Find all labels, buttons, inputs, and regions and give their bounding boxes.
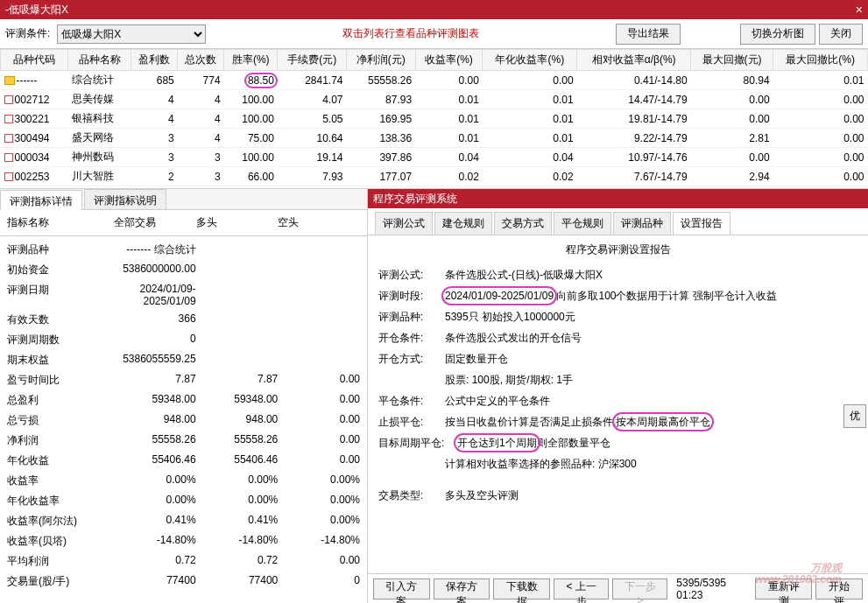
export-button[interactable]: 导出结果	[616, 24, 681, 45]
tab-indicator-detail[interactable]: 评测指标详情	[0, 190, 82, 210]
prev-step-button[interactable]: < 上一步	[554, 578, 609, 599]
r-opencond-val: 条件选股公式发出的开仓信号	[445, 330, 857, 346]
table-header[interactable]: 相对收益率α/β(%)	[577, 50, 691, 71]
close-button[interactable]: 关闭	[819, 24, 863, 45]
stat-value: 0.00%	[196, 473, 279, 488]
table-cell: 0.00	[415, 71, 483, 90]
table-row[interactable]: 002253川大智胜2366.007.93177.070.020.027.67/…	[1, 167, 868, 186]
table-row[interactable]: 300494盛天网络3475.0010.64138.360.010.019.22…	[1, 129, 868, 148]
next-step-button[interactable]: 下一步 >	[612, 578, 667, 599]
table-row[interactable]: ------综合统计68577488.502841.7455558.260.00…	[1, 71, 868, 90]
start-eval-button[interactable]: 开始评	[815, 578, 863, 599]
r-formula-lbl: 评测公式:	[378, 267, 445, 283]
left-tabs: 评测指标详情 评测指标说明	[0, 189, 367, 210]
table-header[interactable]: 品种名称	[68, 50, 131, 71]
stat-value: 59348.00	[114, 393, 196, 408]
right-tab[interactable]: 建仓规则	[434, 212, 492, 235]
stat-row: 评测品种------- 综合统计	[7, 240, 360, 260]
stat-key: 初始资金	[7, 263, 114, 277]
stat-value: 0.00%	[278, 473, 360, 488]
table-cell: 4	[178, 90, 224, 109]
table-cell: ------	[1, 71, 68, 90]
table-cell: 0.01	[415, 109, 483, 129]
table-cell: 10.64	[278, 129, 347, 148]
stat-value: 0.00	[278, 393, 360, 408]
tab-indicator-desc[interactable]: 评测指标说明	[84, 189, 166, 209]
table-header[interactable]: 年化收益率(%)	[483, 50, 577, 71]
stat-row: 平均利润0.720.720.00	[7, 551, 360, 571]
table-cell: 4	[131, 90, 178, 109]
stat-key: 有效天数	[7, 312, 114, 327]
table-cell: 0.01	[483, 109, 577, 129]
window-title: -低吸爆大阳X	[5, 0, 68, 19]
table-cell: 2	[131, 167, 178, 186]
table-cell: 300494	[1, 129, 68, 148]
table-cell: 7.93	[278, 167, 347, 186]
table-cell: 002253	[1, 167, 68, 186]
stat-value: 55558.26	[196, 433, 279, 448]
table-row[interactable]: 002712思美传媒44100.004.0787.930.010.0114.47…	[1, 90, 868, 109]
right-tab[interactable]: 评测品种	[613, 212, 671, 235]
table-cell: 0.00	[483, 71, 577, 90]
stat-value: ------- 综合统计	[114, 242, 196, 257]
stat-value: 0.00	[278, 433, 360, 448]
condition-label: 评测条件:	[5, 26, 50, 41]
table-header[interactable]: 手续费(元)	[278, 50, 347, 71]
stat-value: 0.00%	[278, 514, 360, 529]
stat-value: 0.00%	[196, 494, 279, 508]
stat-key: 盈亏时间比	[7, 373, 114, 388]
right-tab[interactable]: 平仓规则	[554, 212, 611, 235]
table-cell: 0.41/-14.80	[577, 71, 691, 90]
stat-value	[278, 263, 360, 277]
stat-value	[278, 312, 360, 327]
bottom-bar: 引入方案 保存方案 下载数据 < 上一步 下一步 > 5395/5395 01:…	[368, 573, 868, 603]
stats-header: 指标名称 全部交易 多头 空头	[0, 210, 367, 236]
switch-chart-button[interactable]: 切换分析图	[740, 24, 815, 45]
download-data-button[interactable]: 下载数据	[493, 578, 550, 599]
right-tab[interactable]: 交易方式	[494, 212, 552, 235]
save-plan-button[interactable]: 保存方案	[434, 578, 490, 599]
right-tab[interactable]: 设置报告	[673, 212, 730, 235]
table-header[interactable]: 最大回撤比(%)	[773, 50, 868, 71]
table-header[interactable]: 净利润(元)	[347, 50, 416, 71]
table-row[interactable]: 300221银禧科技44100.005.05169.950.010.0119.8…	[1, 109, 868, 129]
table-header[interactable]: 盈利数	[131, 50, 178, 71]
table-cell: 4	[178, 109, 224, 129]
file-icon	[4, 153, 13, 162]
table-cell: 3	[131, 129, 178, 148]
right-tab[interactable]: 评测公式	[375, 212, 433, 235]
table-row[interactable]: 000034神州数码33100.0019.14397.860.040.0410.…	[1, 148, 868, 167]
stat-key: 平均利润	[7, 554, 114, 569]
close-icon[interactable]: ×	[856, 0, 863, 19]
table-header[interactable]: 胜率(%)	[224, 50, 278, 71]
table-header[interactable]: 收益率(%)	[415, 50, 483, 71]
table-cell: 138.36	[347, 129, 416, 148]
table-cell: 0.04	[483, 148, 577, 167]
r-symbols-lbl: 评测品种:	[378, 309, 445, 325]
file-icon	[4, 115, 13, 123]
table-header[interactable]: 总次数	[178, 50, 224, 71]
stat-value	[196, 283, 279, 307]
table-cell: 397.86	[347, 148, 416, 167]
optimize-button[interactable]: 优	[843, 404, 866, 428]
reeval-button[interactable]: 重新评测	[755, 578, 812, 599]
table-cell: 0.02	[483, 167, 577, 186]
table-cell: 3	[178, 148, 224, 167]
condition-select[interactable]: 低吸爆大阳X	[57, 25, 206, 44]
stat-row: 净利润55558.2655558.260.00	[7, 431, 360, 451]
table-header[interactable]: 品种代码	[1, 50, 68, 71]
stat-value: 55406.46	[196, 453, 279, 468]
r-formula-val: 条件选股公式-(日线)-低吸爆大阳X	[445, 267, 857, 283]
report-title: 程序交易评测设置报告	[378, 242, 857, 257]
window-titlebar: -低吸爆大阳X ×	[0, 0, 868, 19]
table-cell: 300221	[1, 109, 68, 129]
table-header[interactable]: 最大回撤(元)	[691, 50, 773, 71]
stat-row: 总盈利59348.0059348.000.00	[7, 390, 360, 410]
stat-value: 59348.00	[196, 393, 279, 408]
table-cell: 4	[178, 129, 224, 148]
stats-col-all: 全部交易	[114, 215, 196, 230]
import-plan-button[interactable]: 引入方案	[373, 578, 430, 599]
toolbar-hint: 双击列表行查看品种评测图表	[209, 26, 612, 41]
table-cell: 银禧科技	[68, 109, 131, 129]
table-cell: 66.00	[224, 167, 278, 186]
